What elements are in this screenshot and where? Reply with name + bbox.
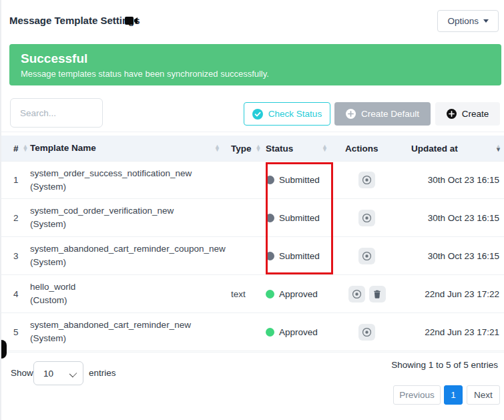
alert-title: Successful	[21, 51, 490, 67]
delete-button[interactable]	[369, 286, 386, 302]
check-status-label: Check Status	[268, 109, 322, 119]
view-button[interactable]	[358, 172, 375, 188]
row-index: 5	[1, 327, 25, 337]
trash-icon	[372, 289, 382, 299]
results-summary: Showing 1 to 5 of 5 entries	[391, 360, 498, 370]
options-button[interactable]: Options	[437, 10, 499, 32]
sort-icon-active: ▲▼	[495, 145, 501, 152]
row-index: 4	[1, 289, 25, 299]
success-alert: Successful Message templates status have…	[9, 44, 501, 85]
table-row: 2system_cod_order_verification_new(Syste…	[1, 199, 504, 237]
create-default-button[interactable]: Create Default	[334, 102, 431, 126]
table-header-row: # ▲▼ Template Name ▲▼ Type ▲▼ Status ▲▼ …	[1, 136, 504, 161]
status-badge: Submitted	[279, 175, 320, 185]
page-title: Message Template Settings	[9, 15, 140, 26]
video-camera-icon	[125, 15, 138, 26]
status-dot	[266, 176, 274, 184]
view-button[interactable]	[358, 248, 375, 264]
template-origin: (System)	[30, 218, 227, 231]
view-button[interactable]	[358, 324, 375, 341]
eye-icon	[362, 327, 372, 337]
template-name-text: system_abandoned_cart_reminder_new	[30, 319, 227, 332]
actions-cell	[337, 172, 407, 188]
status-cell: Approved	[262, 327, 337, 337]
col-header-template-name[interactable]: Template Name ▲▼	[25, 142, 227, 155]
sort-icon: ▲▼	[322, 145, 328, 152]
template-name: system_order_success_notification_new(Sy…	[25, 167, 227, 193]
create-default-label: Create Default	[361, 109, 419, 119]
templates-table: # ▲▼ Template Name ▲▼ Type ▲▼ Status ▲▼ …	[1, 136, 504, 351]
col-header-actions: Actions	[337, 144, 407, 154]
status-dot	[266, 252, 274, 260]
create-button[interactable]: Create	[435, 102, 500, 126]
status-dot	[266, 214, 274, 222]
status-badge: Approved	[279, 327, 318, 337]
eye-icon	[362, 251, 372, 261]
alert-message: Message templates status have been synch…	[21, 69, 490, 79]
row-index: 3	[1, 251, 25, 261]
eye-icon	[362, 213, 372, 223]
col-header-updated-at[interactable]: Updated at ▲▼	[407, 144, 504, 154]
plus-circle-icon	[447, 109, 457, 119]
row-index: 1	[1, 175, 25, 185]
status-cell: Approved	[262, 289, 337, 299]
page-size-select[interactable]: 10	[33, 361, 83, 385]
table-bottom-divider	[1, 352, 504, 353]
entries-label: entries	[89, 368, 116, 378]
updated-at: 22nd Jun 23 17:21	[407, 327, 504, 337]
plus-circle-icon	[346, 109, 356, 119]
view-button[interactable]	[358, 210, 375, 226]
template-name-text: system_order_success_notification_new	[30, 167, 227, 180]
status-badge: Approved	[279, 289, 318, 299]
updated-at: 30th Oct 23 16:15	[407, 251, 504, 261]
template-type: text	[227, 289, 262, 299]
template-origin: (System)	[30, 256, 227, 269]
message-template-settings-page: Message Template Settings Options Succes…	[0, 0, 504, 420]
actions-cell	[337, 210, 407, 226]
updated-at: 22nd Jun 23 17:22	[407, 289, 504, 299]
sort-icon: ▲▼	[256, 145, 262, 152]
status-dot	[266, 290, 274, 298]
toolbar-divider	[1, 132, 504, 132]
page-1-button[interactable]: 1	[444, 385, 463, 405]
table-row: 5system_abandoned_cart_reminder_new(Syst…	[1, 313, 504, 351]
check-circle-icon	[252, 109, 263, 120]
status-badge: Submitted	[279, 213, 320, 223]
options-button-label: Options	[447, 16, 479, 26]
status-cell: Submitted	[262, 175, 337, 185]
template-name: system_abandoned_cart_reminder_new(Syste…	[25, 319, 227, 345]
status-badge: Submitted	[279, 251, 320, 261]
create-label: Create	[462, 109, 489, 119]
template-origin: (Custom)	[30, 294, 227, 307]
updated-at: 30th Oct 23 16:15	[407, 175, 504, 185]
previous-page-button[interactable]: Previous	[393, 385, 441, 405]
template-name-text: hello_world	[30, 280, 227, 294]
check-status-button[interactable]: Check Status	[244, 102, 330, 126]
page-header: Message Template Settings Options	[1, 0, 504, 37]
template-name-text: system_abandoned_cart_reminder_coupon_ne…	[30, 242, 227, 256]
col-header-type[interactable]: Type ▲▼	[227, 144, 262, 154]
search-input[interactable]	[10, 98, 103, 128]
col-header-status[interactable]: Status ▲▼	[262, 144, 337, 154]
template-name: hello_world(Custom)	[25, 280, 227, 306]
next-page-button[interactable]: Next	[467, 385, 500, 405]
actions-cell	[337, 286, 407, 302]
actions-cell	[337, 324, 407, 341]
col-header-index[interactable]: # ▲▼	[1, 144, 25, 154]
status-cell: Submitted	[262, 213, 337, 223]
view-button[interactable]	[348, 286, 365, 302]
template-name-text: system_cod_order_verification_new	[30, 204, 227, 218]
actions-cell	[337, 248, 407, 264]
eye-icon	[362, 175, 372, 185]
status-dot	[266, 328, 274, 337]
sort-icon: ▲▼	[214, 145, 220, 152]
table-row: 1system_order_success_notification_new(S…	[1, 161, 504, 199]
chevron-down-icon	[483, 19, 489, 23]
status-cell: Submitted	[262, 251, 337, 261]
template-name: system_cod_order_verification_new(System…	[25, 204, 227, 230]
eye-icon	[352, 289, 362, 299]
row-index: 2	[1, 213, 25, 223]
table-row: 4hello_world(Custom)textApproved22nd Jun…	[1, 275, 504, 313]
template-origin: (System)	[30, 180, 227, 194]
table-body: 1system_order_success_notification_new(S…	[1, 161, 504, 351]
